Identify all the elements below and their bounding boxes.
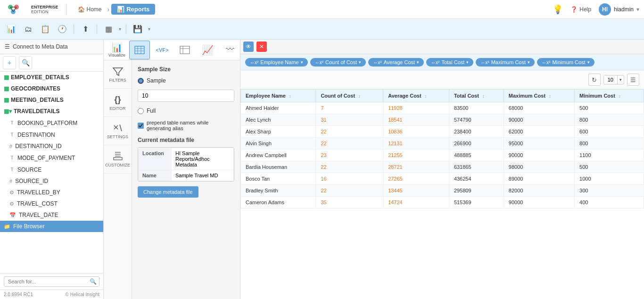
pill-total-cost[interactable]: ↔x² Total Cost ▾ [426,58,473,66]
customize-button[interactable]: CUSTOMIZE [104,145,132,174]
viz-crosstab-btn[interactable] [174,41,195,59]
search-input[interactable] [4,276,99,287]
settings-button[interactable]: SETTINGS [104,117,132,145]
toolbar-layout-arrow[interactable]: ▾ [119,26,121,32]
sidebar-item-destination-id[interactable]: # DESTINATION_ID [0,141,103,152]
pill-arrow-5[interactable]: ▾ [528,60,530,65]
table-cell: 31 [316,114,383,126]
sidebar-search-wrap: 🔍 [4,276,99,287]
sample-radio-item[interactable]: Sample [138,77,234,84]
metadata-section-title: Current metadata file [138,137,234,143]
delete-row-button[interactable]: ✕ [256,42,267,52]
help-link[interactable]: ❓ Help [570,6,591,13]
sort-icon-1[interactable]: ↕ [289,94,291,99]
toolbar-sep-1 [74,25,74,34]
sidebar-item-meeting-details[interactable]: ▦ MEETING_DETAILS [0,94,103,106]
sidebar-item-employee-details[interactable]: ▦ EMPLOYEE_DETAILS [0,72,103,83]
toolbar-export-icon[interactable]: ⬆ [79,23,92,36]
sidebar-item-traveldetails[interactable]: ▦▾ TRAVELDETAILS [0,106,103,117]
table-body: Ahmed Haider7119288350068000500Alec Lync… [241,102,644,208]
visibility-row: 👁 ✕ [240,40,644,54]
version-label: 2.0.6994 RC1 [4,292,33,297]
sidebar-item-source-id[interactable]: # SOURCE_ID [0,175,103,187]
sidebar-item-travel-date[interactable]: 📅 TRAVEL_DATE [0,209,103,221]
sample-radio[interactable] [138,78,144,84]
full-radio-item[interactable]: Full [138,108,234,114]
viz-visualize-btn[interactable]: 📊 Visualize [107,41,127,59]
connect-metadata-button[interactable]: ☰ Connect to Meta Data [0,40,103,54]
sort-icon-3[interactable]: ↕ [425,94,427,99]
toolbar-save-icon[interactable]: 💾 [131,23,144,36]
field-icon-3: # [9,143,12,149]
sidebar-item-travelled-by[interactable]: ⚙ TRAVELLED_BY [0,187,103,198]
col-header-maximum-cost[interactable]: Maximum Cost ↕ [504,90,574,102]
toolbar-table-icon[interactable]: 📋 [39,23,52,36]
sidebar-item-mode-of-payment[interactable]: Ｔ MODE_OF_PAYMENT [0,152,103,164]
pill-count-of-cost[interactable]: ↔x² Count of Cost ▾ [310,58,366,66]
col-header-minimum-cost[interactable]: Minimum Cost ↕ [575,90,644,102]
table-cell: 90000 [504,150,574,161]
user-name[interactable]: hiadmin [614,6,634,13]
col-header-total-cost[interactable]: Total Cost ↕ [449,90,504,102]
toolbar-layout-icon[interactable]: ▦ [102,23,115,36]
table-cell: Bosco Tan [241,173,316,185]
user-dropdown-icon[interactable]: ▾ [636,6,639,13]
sort-icon-4[interactable]: ↕ [482,94,485,99]
sidebar-item-booking-platform[interactable]: Ｔ BOOKING_PLATFORM [0,117,103,129]
sidebar-add-button[interactable]: + [3,56,16,69]
sidebar-item-file-browser[interactable]: 📁 File Browser [0,221,103,232]
location-key: Location [139,148,172,170]
toolbar-grid-icon[interactable]: 🗂 [22,23,35,36]
filters-button[interactable]: FILTERS [104,60,132,89]
prepend-checkbox-item[interactable]: prepend table names while generating ali… [138,120,234,131]
viz-vf-btn[interactable]: <VF> [152,41,173,59]
table-cell: 300 [575,185,644,197]
pill-arrow-1[interactable]: ▾ [301,60,303,65]
full-radio[interactable] [138,108,144,114]
toolbar-clock-icon[interactable]: 🕐 [56,23,69,36]
sidebar-item-destination[interactable]: Ｔ DESTINATION [0,129,103,141]
table-cell: 12131 [383,138,449,150]
viz-table-btn[interactable] [129,41,150,59]
editor-button[interactable]: {} EDITOR [104,89,132,117]
toolbar-chart-icon[interactable]: 📊 [5,23,18,36]
page-size-arrow[interactable]: ▾ [618,76,624,83]
col-header-count-of-cost[interactable]: Count of Cost ↕ [316,90,383,102]
sidebar-item-geocordinates[interactable]: ▦ GEOCORDINATES [0,83,103,94]
pill-arrow-6[interactable]: ▾ [587,60,590,65]
sort-icon-2[interactable]: ↕ [358,94,361,99]
table-cell: Cameron Adams [241,197,316,208]
sample-value-input[interactable] [138,90,234,102]
pill-maximum-cost[interactable]: ↔x² Maximum Cost ▾ [476,58,535,66]
sort-icon-5[interactable]: ↕ [549,94,551,99]
pill-arrow-2[interactable]: ▾ [359,60,361,65]
table-cell: Alvin Singh [241,138,316,150]
table-row: Cameron Adams351472451536990000400 [241,197,644,208]
viz-line-btn[interactable]: 〰 [220,41,240,59]
lightbulb-icon[interactable]: 💡 [553,4,563,15]
sidebar-search-button[interactable]: 🔍 [19,56,32,69]
eye-button[interactable]: 👁 [243,42,254,52]
svg-marker-14 [113,68,123,75]
pill-arrow-3[interactable]: ▾ [417,60,419,65]
pill-average-cost[interactable]: ↔x² Average Cost ▾ [368,58,424,66]
sidebar-item-travel-cost[interactable]: ⚙ TRAVEL_COST [0,198,103,209]
sample-size-title: Sample Size [138,66,234,73]
home-button[interactable]: 🏠 Home [74,4,106,15]
pill-employee-name[interactable]: ↔x² Employee Name ▾ [245,58,308,66]
viz-area-btn[interactable]: 📈 [197,41,218,59]
pill-minimum-cost[interactable]: ↔x² Minimum Cost ▾ [537,58,594,66]
pill-arrow-4[interactable]: ▾ [466,60,469,65]
refresh-button[interactable]: ↻ [588,74,601,86]
col-header-employee-name[interactable]: Employee Name ↕ [241,90,316,102]
toolbar-save-arrow[interactable]: ▾ [148,26,150,32]
prepend-checkbox[interactable] [138,123,144,129]
sidebar-footer: 2.0.6994 RC1 © Helical Insight [0,290,103,299]
col-header-average-cost[interactable]: Average Cost ↕ [383,90,449,102]
sort-icon-6[interactable]: ↕ [619,94,621,99]
sidebar-item-source[interactable]: Ｔ SOURCE [0,164,103,175]
reports-button[interactable]: 📊 Reports [111,4,155,15]
svg-rect-11 [180,46,190,54]
change-metadata-button[interactable]: Change metadata file [138,186,198,198]
columns-button[interactable]: ☰ [627,74,639,86]
